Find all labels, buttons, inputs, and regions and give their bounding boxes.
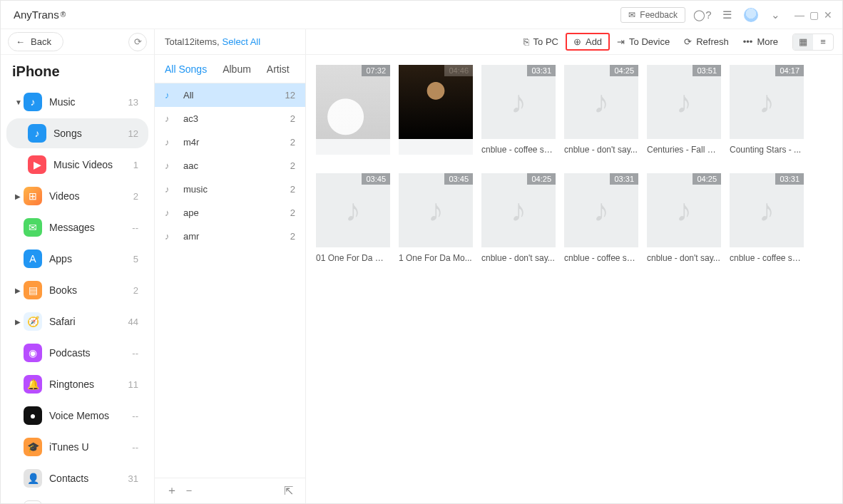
song-cell[interactable]: ♪04:25cnblue - don't say... [647,173,721,263]
books-icon: ▤ [24,281,42,299]
window-controls: — ▢ ✕ [792,9,835,21]
format-row-music[interactable]: ♪music2 [155,178,305,201]
song-title-redacted [316,139,390,155]
song-duration: 07:32 [362,65,390,76]
gift-icon[interactable]: ☰ [720,8,734,22]
voice-memos-icon: ● [24,406,42,425]
song-title: cnblue - don't say... [647,253,721,263]
add-button[interactable]: ⊕ Add [566,33,610,51]
feedback-button[interactable]: ✉ Feedback [620,7,685,23]
app-title: AnyTrans [14,9,59,21]
summary-count: 12 [184,36,194,47]
sidebar-item-voice-memos[interactable]: ●Voice Memos-- [6,401,148,431]
format-row-ac3[interactable]: ♪ac32 [155,107,305,130]
sidebar-item-music[interactable]: ▼♪Music13 [6,87,148,117]
to-device-button[interactable]: ⇥ To Device [610,34,677,50]
song-cell[interactable]: ♪04:25cnblue - don't say... [481,173,556,263]
format-row-All[interactable]: ♪All12 [155,83,305,107]
music-icon: ♪ [24,93,42,111]
format-list: ♪All12♪ac32♪m4r2♪aac2♪music2♪ape2♪amr2 [155,83,305,478]
sidebar-item-messages[interactable]: ✉Messages-- [6,212,148,242]
tab-album[interactable]: Album [223,63,251,75]
song-duration: 03:31 [775,173,804,185]
minimize-button[interactable]: — [792,9,807,21]
export-icon[interactable]: ⇱ [280,484,297,498]
music-note-icon: ♪ [511,84,526,120]
more-button[interactable]: ••• More [736,34,785,50]
song-title: cnblue - coffee sh... [481,145,556,155]
sidebar-item-label: Books [49,284,133,296]
sidebar-item-books[interactable]: ▶▤Books2 [6,275,148,305]
sidebar-item-songs[interactable]: ♪Songs12 [6,118,148,148]
song-thumbnail: 04:46 [399,65,473,139]
song-cell[interactable]: ♪04:17Counting Stars - ... [730,65,804,155]
song-cell[interactable]: ♪03:31cnblue - coffee sh... [481,65,556,155]
refresh-icon: ⟳ [684,36,692,47]
content-area: ⎘ To PC ⊕ Add ⇥ To Device ⟳ Refresh ••• [306,29,842,503]
more-label: More [757,36,778,47]
remove-format-button[interactable]: － [180,483,198,498]
select-all-link[interactable]: Select All [223,36,260,47]
sidebar-item-music-videos[interactable]: ▶Music Videos1 [6,150,148,180]
format-label: ac3 [183,113,290,124]
song-thumbnail: ♪04:25 [564,65,638,139]
song-duration: 03:31 [610,173,638,185]
list-view-button[interactable]: ≡ [813,34,833,50]
feedback-label: Feedback [640,10,678,20]
grid-view-button[interactable]: ▦ [793,34,813,50]
sidebar-item-videos[interactable]: ▶⊞Videos2 [6,181,148,211]
refresh-button[interactable]: ⟳ Refresh [677,34,736,50]
song-cell[interactable]: 07:32 [316,65,390,155]
sidebar-item-label: Podcasts [49,347,132,359]
song-cell[interactable]: ♪03:51Centuries - Fall O... [647,65,721,155]
sidebar-item-calendar[interactable]: 📅Calendar1 [6,495,148,503]
tab-all-songs[interactable]: All Songs [165,63,207,75]
song-duration: 04:25 [693,173,721,185]
format-label: ape [183,207,290,218]
sidebar-refresh-button[interactable]: ⟳ [128,33,147,51]
tab-artist[interactable]: Artist [267,63,290,75]
sidebar-item-ringtones[interactable]: 🔔Ringtones11 [6,369,148,399]
format-row-aac[interactable]: ♪aac2 [155,154,305,178]
format-label: aac [183,160,290,171]
song-duration: 04:25 [610,65,638,76]
maximize-button[interactable]: ▢ [807,9,821,21]
format-row-amr[interactable]: ♪amr2 [155,225,305,248]
chevron-down-icon[interactable]: ⌄ [768,8,782,22]
sidebar-item-count: -- [132,222,138,233]
sidebar-item-itunes-u[interactable]: 🎓iTunes U-- [6,432,148,462]
close-button[interactable]: ✕ [821,9,835,21]
disclosure-icon: ▶ [15,287,24,294]
music-note-icon: ♪ [345,192,361,228]
format-count: 2 [290,113,295,124]
song-duration: 03:31 [527,65,556,76]
back-button[interactable]: ← Back [8,32,63,51]
sidebar-item-apps[interactable]: AApps5 [6,244,148,274]
format-footer: ＋ － ⇱ [155,478,305,503]
song-cell[interactable]: ♪03:451 One For Da Mo... [399,173,473,263]
back-label: Back [31,36,51,47]
to-pc-button[interactable]: ⎘ To PC [516,34,566,50]
sidebar-item-count: -- [132,411,138,421]
song-cell[interactable]: ♪03:4501 One For Da Mo... [316,173,390,263]
song-cell[interactable]: ♪03:31cnblue - coffee sh... [564,173,638,263]
format-row-m4r[interactable]: ♪m4r2 [155,130,305,154]
format-count: 2 [290,207,295,218]
sidebar-item-podcasts[interactable]: ◉Podcasts-- [6,338,148,368]
format-label: All [183,90,285,101]
sidebar-item-label: Contacts [49,473,128,484]
song-duration: 04:25 [527,173,556,185]
avatar[interactable] [744,8,758,22]
messages-icon: ✉ [24,218,42,237]
format-row-ape[interactable]: ♪ape2 [155,201,305,225]
help-icon[interactable]: ◯? [695,8,710,22]
plus-circle-icon: ⊕ [573,36,581,47]
add-format-button[interactable]: ＋ [163,483,180,498]
song-cell[interactable]: 04:46 [399,65,473,155]
to-device-icon: ⇥ [617,36,625,47]
song-cell[interactable]: ♪04:25cnblue - don't say... [564,65,638,155]
song-cell[interactable]: ♪03:31cnblue - coffee sh... [730,173,804,263]
content-toolbar: ⎘ To PC ⊕ Add ⇥ To Device ⟳ Refresh ••• [306,29,842,55]
sidebar-item-contacts[interactable]: 👤Contacts31 [6,463,148,493]
sidebar-item-safari[interactable]: ▶🧭Safari44 [6,307,148,336]
